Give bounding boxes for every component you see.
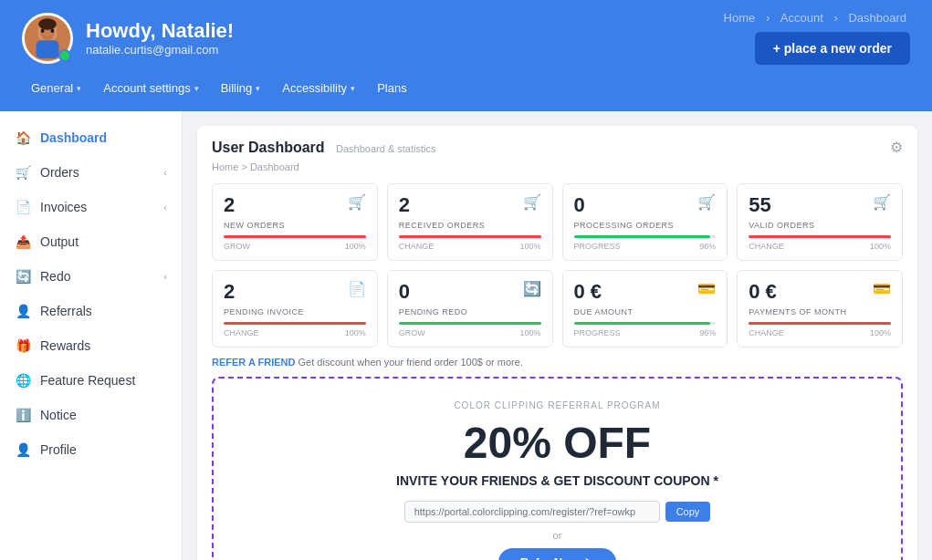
stats-grid-1: 2 🛒 NEW ORDERS GROW 100% 2 🛒 RECEIVED OR…: [212, 183, 903, 261]
stat-footer-left: CHANGE: [399, 242, 435, 251]
sidebar-item-profile[interactable]: 👤 Profile: [0, 432, 182, 467]
referral-box: COLOR CLIPPING REFERRAL PROGRAM 20% OFF …: [212, 377, 903, 560]
stat-label: PAYMENTS OF MONTH: [749, 307, 891, 316]
stat-number: 0: [574, 193, 585, 217]
stat-footer-right: 96%: [699, 242, 716, 251]
home-icon: 🏠: [15, 130, 31, 146]
nav-plans[interactable]: Plans: [368, 76, 416, 100]
stat-bar: [574, 322, 711, 325]
stat-footer: CHANGE 100%: [224, 328, 366, 337]
settings-button[interactable]: ⚙: [890, 139, 903, 156]
header-left: Howdy, Natalie! natalie.curtis@gmail.com: [22, 13, 234, 64]
sidebar-item-output[interactable]: 📤 Output: [0, 224, 182, 259]
stat-bar: [749, 235, 891, 238]
main-layout: 🏠 Dashboard 🛒 Orders ‹ 📄 Invoices ‹ 📤 Ou…: [0, 111, 932, 560]
breadcrumb-home[interactable]: Home: [724, 11, 756, 25]
stat-icon: 🛒: [523, 193, 541, 211]
stat-label: NEW ORDERS: [224, 221, 366, 230]
stat-footer-left: PROGRESS: [574, 242, 621, 251]
user-info: Howdy, Natalie! natalie.curtis@gmail.com: [86, 19, 234, 57]
refer-now-button[interactable]: Refer Now ➤: [498, 548, 616, 560]
sidebar-item-invoices[interactable]: 📄 Invoices ‹: [0, 190, 182, 224]
sidebar-item-orders[interactable]: 🛒 Orders ‹: [0, 155, 182, 190]
stat-bar-wrap: [224, 322, 366, 325]
stat-number: 2: [224, 280, 235, 304]
stat-footer: GROW 100%: [399, 328, 541, 337]
sidebar-label: Feature Request: [40, 373, 135, 388]
breadcrumb-dashboard[interactable]: Dashboard: [848, 11, 906, 25]
stat-footer-right: 100%: [345, 328, 366, 337]
stat-icon: 🛒: [873, 193, 891, 211]
dashboard-title-area: User Dashboard Dashboard & statistics: [212, 140, 435, 156]
stat-card: 2 🛒 RECEIVED ORDERS CHANGE 100%: [387, 183, 553, 261]
referrals-icon: 👤: [15, 303, 31, 319]
stat-card: 0 🔄 PENDING REDO GROW 100%: [387, 270, 553, 347]
sidebar: 🏠 Dashboard 🛒 Orders ‹ 📄 Invoices ‹ 📤 Ou…: [0, 111, 183, 560]
sidebar-item-redo[interactable]: 🔄 Redo ‹: [0, 259, 182, 294]
sidebar-label: Invoices: [40, 200, 87, 214]
sidebar-label: Rewards: [40, 338, 90, 353]
sidebar-item-dashboard[interactable]: 🏠 Dashboard: [0, 120, 182, 155]
stat-label: DUE AMOUNT: [574, 307, 717, 316]
stat-footer: CHANGE 100%: [749, 242, 891, 251]
stat-footer-right: 100%: [519, 328, 540, 337]
nav-account-settings[interactable]: Account settings ▾: [94, 76, 207, 100]
sidebar-label: Output: [40, 234, 79, 249]
stat-label: VALID ORDERS: [749, 221, 891, 230]
stat-footer: PROGRESS 96%: [574, 328, 717, 337]
arrow-icon: ➤: [584, 555, 594, 560]
stat-bar-wrap: [574, 235, 717, 238]
stat-card: 0 € 💳 DUE AMOUNT PROGRESS 96%: [562, 270, 728, 347]
referral-link-input[interactable]: [404, 501, 660, 523]
cart-icon: 🛒: [15, 164, 31, 181]
stat-top: 0 € 💳: [574, 280, 717, 304]
stat-icon: 🛒: [697, 193, 716, 211]
ref-link-row: Copy: [228, 501, 886, 523]
nav-accessibility[interactable]: Accessibility ▾: [273, 76, 364, 100]
dashboard-subtitle: Dashboard & statistics: [336, 143, 435, 154]
stat-bar-wrap: [749, 322, 891, 325]
stat-number: 0: [399, 280, 410, 304]
stat-footer-left: GROW: [224, 242, 250, 251]
stats-grid-2: 2 📄 PENDING INVOICE CHANGE 100% 0 🔄 PEND…: [212, 270, 903, 347]
stat-card: 55 🛒 VALID ORDERS CHANGE 100%: [737, 183, 903, 261]
inner-breadcrumb: Home > Dashboard: [212, 161, 903, 172]
place-order-button[interactable]: + place a new order: [755, 32, 910, 65]
chevron-right-icon: ‹: [163, 271, 167, 282]
stat-number: 0 €: [749, 280, 777, 304]
breadcrumb-account[interactable]: Account: [780, 11, 823, 25]
redo-icon: 🔄: [15, 268, 31, 285]
stat-footer: CHANGE 100%: [749, 328, 891, 337]
stat-footer-right: 100%: [345, 242, 366, 251]
output-icon: 📤: [15, 233, 31, 250]
sidebar-item-referrals[interactable]: 👤 Referrals: [0, 294, 182, 328]
program-label: COLOR CLIPPING REFERRAL PROGRAM: [228, 400, 886, 410]
breadcrumb-sep1: ›: [766, 11, 773, 25]
stat-number: 2: [224, 193, 235, 217]
nav-billing[interactable]: Billing ▾: [212, 76, 270, 100]
stat-card: 0 🛒 PROCESSING ORDERS PROGRESS 96%: [562, 183, 728, 261]
stat-top: 2 🛒: [399, 193, 541, 217]
greeting-text: Howdy, Natalie!: [86, 19, 234, 43]
refer-text: Get discount when your friend order 100$…: [298, 357, 523, 368]
stat-icon: 🛒: [348, 193, 366, 211]
sidebar-item-rewards[interactable]: 🎁 Rewards: [0, 328, 182, 363]
sidebar-label: Dashboard: [40, 130, 107, 145]
stat-card: 2 🛒 NEW ORDERS GROW 100%: [212, 183, 378, 261]
stat-footer-right: 100%: [870, 242, 891, 251]
sidebar-item-notice[interactable]: ℹ️ Notice: [0, 398, 182, 432]
stat-footer: PROGRESS 96%: [574, 242, 717, 251]
stat-bar: [574, 235, 711, 238]
stat-bar: [399, 322, 541, 325]
nav-general[interactable]: General ▾: [22, 76, 90, 100]
sidebar-item-feature-request[interactable]: 🌐 Feature Request: [0, 363, 182, 398]
or-label: or: [228, 530, 886, 541]
copy-button[interactable]: Copy: [665, 502, 711, 522]
notice-icon: ℹ️: [15, 407, 31, 423]
header-right: Home › Account › Dashboard + place a new…: [720, 11, 910, 65]
svg-rect-3: [37, 40, 59, 58]
user-email: natalie.curtis@gmail.com: [86, 43, 234, 57]
stat-label: PROCESSING ORDERS: [574, 221, 717, 230]
stat-footer-left: CHANGE: [749, 242, 784, 251]
stat-footer-left: CHANGE: [224, 328, 259, 337]
